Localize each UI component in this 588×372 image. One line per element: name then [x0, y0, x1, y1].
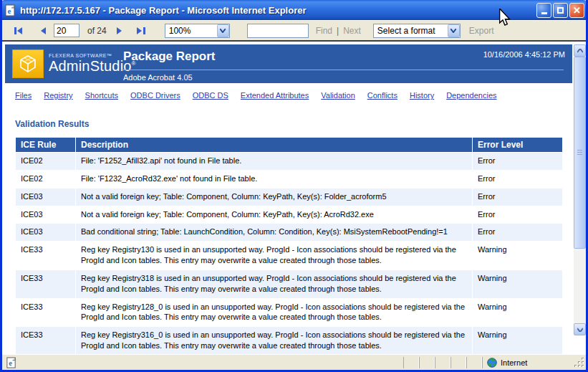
cell-desc: File: 'F1232_AcroRd32.exe' not found in … [76, 171, 472, 188]
format-dropdown-icon[interactable] [448, 24, 460, 37]
adminstudio-logo: FLEXERA SOFTWARE™ AdminStudio® [12, 49, 136, 78]
ie-page-icon: e [4, 4, 16, 16]
status-main-panel: e [2, 355, 403, 370]
nav-link[interactable]: Shortcuts [85, 91, 118, 100]
find-next-separator: | [334, 26, 341, 36]
validation-results-table: ICE Rule Description Error Level ICE02Fi… [15, 137, 563, 354]
status-separator [419, 357, 435, 368]
next-page-icon [116, 27, 123, 35]
export-button[interactable]: Export [467, 26, 496, 36]
close-icon: ✕ [573, 6, 581, 15]
chevron-up-icon [577, 49, 583, 53]
scroll-up-button[interactable] [574, 44, 586, 57]
col-header-ice-rule: ICE Rule [16, 138, 75, 152]
nav-link[interactable]: Files [15, 91, 32, 100]
cell-desc: Reg key Registry318 is used in an unsupp… [76, 270, 472, 298]
zoom-dropdown-icon[interactable] [217, 24, 229, 37]
cube-logo-icon [12, 49, 44, 78]
cell-desc: Reg key Registry128_0 is used in an unsu… [76, 299, 472, 327]
cell-desc: Not a valid foreign key; Table: Componen… [76, 189, 472, 206]
col-header-description: Description [76, 138, 472, 152]
nav-link[interactable]: Validation [321, 91, 355, 100]
table-row: ICE02File: 'F1252_Afill32.api' not found… [16, 153, 562, 170]
find-text-input[interactable] [247, 24, 309, 38]
table-row: ICE33Reg key Registry128_0 is used in an… [16, 299, 562, 327]
last-page-icon [136, 27, 146, 35]
status-separator [466, 357, 482, 368]
table-header-row: ICE Rule Description Error Level [16, 138, 562, 152]
thumb-grip-icon [577, 150, 582, 156]
nav-link[interactable]: Dependencies [446, 91, 496, 100]
find-button[interactable]: Find [314, 26, 334, 36]
cell-rule: ICE03 [16, 206, 75, 224]
table-row: ICE03Bad conditional string; Table: Laun… [16, 224, 562, 241]
security-zone-panel: Internet [482, 357, 574, 368]
status-separator [435, 357, 450, 368]
page-number-input[interactable] [54, 24, 79, 37]
cell-level: Error [473, 189, 562, 206]
maximize-button[interactable] [553, 3, 568, 18]
nav-link[interactable]: ODBC Drivers [130, 91, 180, 100]
status-bar: e Internet [2, 354, 586, 370]
report-header: FLEXERA SOFTWARE™ AdminStudio® Package R… [5, 44, 572, 83]
prev-page-icon [39, 27, 47, 35]
report-timestamp: 10/16/2006 4:45:12 PM [483, 50, 565, 59]
format-select[interactable]: Select a format [373, 24, 461, 38]
table-row: ICE33Reg key Registry130 is used in an u… [16, 242, 562, 270]
vertical-scrollbar[interactable] [574, 44, 586, 335]
last-page-button[interactable] [135, 27, 148, 35]
scroll-down-button[interactable] [574, 323, 586, 335]
nav-links: FilesRegistryShortcutsODBC DriversODBC D… [15, 91, 574, 100]
first-page-button[interactable] [12, 27, 25, 35]
resize-grip[interactable] [574, 357, 585, 368]
report-title: Package Report [123, 49, 216, 64]
cell-rule: ICE33 [16, 242, 75, 270]
cell-level: Warning [473, 270, 562, 298]
scrollbar-thumb[interactable] [574, 57, 586, 249]
cell-desc: Reg key Registry316_0 is used in an unsu… [76, 327, 472, 354]
table-row: ICE33Reg key Registry316_0 is used in an… [16, 327, 562, 354]
cell-desc: Reg key Registry130 is used in an unsupp… [76, 242, 472, 270]
cell-rule: ICE02 [16, 171, 75, 188]
zoom-select[interactable]: 100% [165, 24, 230, 38]
header-divider [122, 70, 564, 70]
first-page-icon [14, 27, 24, 35]
nav-link[interactable]: Registry [44, 91, 72, 100]
col-header-error-level: Error Level [473, 138, 562, 152]
nav-link[interactable]: History [410, 91, 434, 100]
minimize-button[interactable] [536, 3, 551, 18]
page-count-label: of 24 [85, 26, 109, 36]
nav-link[interactable]: Extended Attributes [241, 91, 309, 100]
zoom-value: 100% [165, 26, 217, 36]
scrollbar-track[interactable] [574, 249, 586, 323]
cell-rule: ICE02 [16, 153, 75, 170]
format-value: Select a format [374, 26, 448, 36]
ie-document-icon: e [6, 357, 17, 368]
cell-level: Error [473, 224, 562, 241]
cell-rule: ICE03 [16, 224, 75, 241]
cell-level: Error [473, 171, 562, 188]
cell-rule: ICE03 [16, 189, 75, 206]
minimize-icon [541, 12, 547, 14]
close-button[interactable]: ✕ [569, 3, 584, 18]
maximize-icon [557, 7, 564, 14]
cell-level: Warning [473, 299, 562, 327]
svg-text:e: e [8, 6, 11, 15]
nav-link[interactable]: Conflicts [367, 91, 397, 100]
next-page-button[interactable] [115, 27, 125, 35]
status-separator [450, 357, 466, 368]
package-name: Adobe Acrobat 4.05 [123, 73, 193, 82]
next-button[interactable]: Next [341, 26, 363, 36]
results-tbody: ICE02File: 'F1252_Afill32.api' not found… [16, 153, 562, 354]
cell-level: Error [473, 206, 562, 224]
cell-rule: ICE33 [16, 299, 75, 327]
cell-level: Warning [473, 242, 562, 270]
cell-level: Warning [473, 327, 562, 354]
title-bar[interactable]: e http://172.17.5.167 - Package Report -… [0, 0, 588, 20]
svg-text:e: e [9, 359, 12, 367]
nav-link[interactable]: ODBC DS [193, 91, 228, 100]
section-title: Validation Results [15, 119, 574, 129]
prev-page-button[interactable] [38, 27, 48, 35]
internet-globe-icon [487, 358, 497, 368]
report-body: FLEXERA SOFTWARE™ AdminStudio® Package R… [2, 42, 574, 354]
